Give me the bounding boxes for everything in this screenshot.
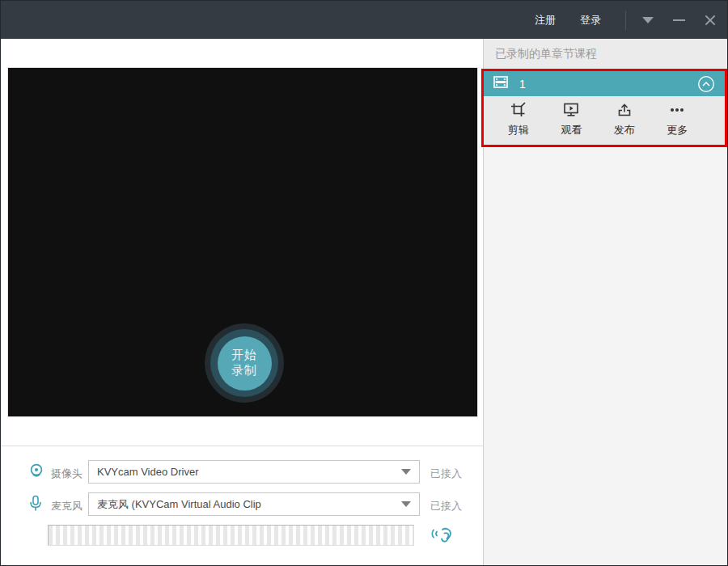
webcam-icon (28, 463, 44, 484)
register-button[interactable]: 注册 (535, 13, 556, 27)
app-window: 注册 登录 开始 录制 摄像头 KVYcam V (0, 0, 728, 566)
record-button-ring: 开始 录制 (210, 329, 278, 397)
microphone-label: 麦克风 (51, 499, 83, 513)
login-button[interactable]: 登录 (580, 13, 601, 27)
camera-row: 摄像头 KVYcam Video Driver 已接入 (1, 460, 484, 484)
dropdown-arrow-icon (401, 469, 411, 475)
watch-icon (563, 102, 579, 121)
action-label: 发布 (614, 123, 635, 137)
video-preview: 开始 录制 (7, 67, 478, 417)
microphone-icon (28, 495, 43, 516)
close-button[interactable] (705, 15, 716, 26)
titlebar-divider (625, 11, 626, 30)
camera-status: 已接入 (430, 467, 462, 481)
microphone-select-value: 麦克风 (KVYCam Virtual Audio Clip (97, 497, 261, 512)
sidebar: 已录制的单章节课程 1 (483, 39, 727, 565)
annotation-highlight: 1 剪辑 (481, 69, 727, 147)
crop-icon (510, 102, 527, 121)
minimize-button[interactable] (673, 19, 685, 21)
publish-button[interactable]: 发布 (598, 102, 651, 145)
recording-item-title: 1 (519, 78, 526, 91)
upload-icon (616, 102, 633, 121)
titlebar: 注册 登录 (1, 1, 727, 39)
sidebar-header: 已录制的单章节课程 (484, 39, 727, 69)
record-button-core: 开始 录制 (218, 336, 272, 391)
action-label: 剪辑 (508, 123, 529, 137)
camera-label: 摄像头 (51, 467, 83, 481)
film-icon (493, 76, 508, 91)
chevron-down-icon[interactable] (642, 17, 654, 23)
dropdown-arrow-icon (401, 501, 411, 507)
more-button[interactable]: 更多 (651, 102, 705, 145)
recording-item-bar[interactable]: 1 (484, 71, 725, 96)
section-divider (1, 446, 484, 446)
camera-select[interactable]: KVYcam Video Driver (88, 460, 420, 484)
record-button-label-line2: 录制 (231, 363, 257, 378)
watch-button[interactable]: 观看 (545, 102, 599, 145)
more-dots-icon (668, 102, 686, 121)
microphone-status: 已接入 (430, 499, 462, 513)
collapse-button[interactable] (697, 75, 715, 93)
camera-select-value: KVYcam Video Driver (97, 466, 198, 478)
microphone-row: 麦克风 麦克风 (KVYCam Virtual Audio Clip 已接入 (1, 492, 484, 517)
microphone-select[interactable]: 麦克风 (KVYCam Virtual Audio Clip (88, 492, 420, 516)
sidebar-header-title: 已录制的单章节课程 (495, 47, 597, 61)
start-record-button[interactable]: 开始 录制 (205, 323, 284, 403)
audio-level-meter (48, 525, 414, 546)
action-label: 观看 (561, 123, 582, 137)
record-button-label-line1: 开始 (231, 348, 257, 363)
edit-clip-button[interactable]: 剪辑 (492, 102, 545, 145)
listen-monitor-icon[interactable] (428, 522, 455, 551)
action-label: 更多 (667, 123, 688, 137)
recording-item-actions: 剪辑 观看 (484, 96, 725, 145)
